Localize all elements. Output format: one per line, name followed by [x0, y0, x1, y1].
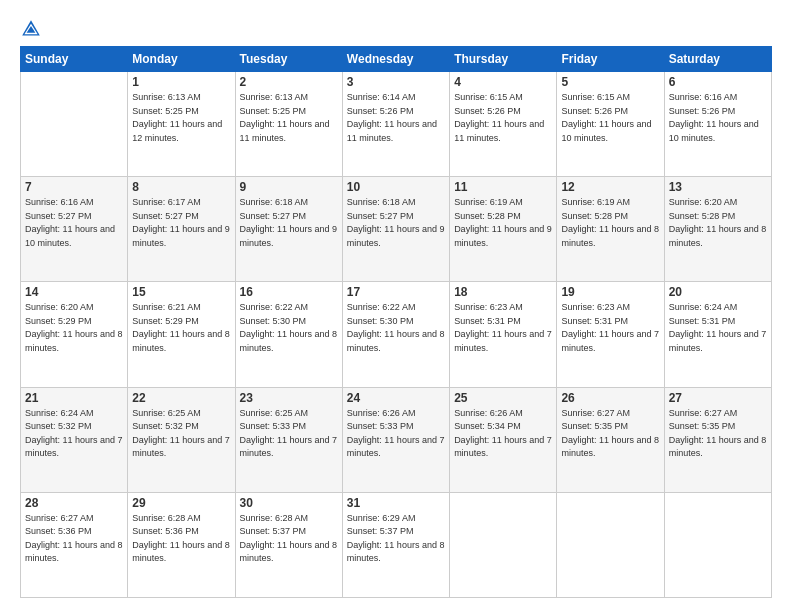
day-info: Sunrise: 6:29 AMSunset: 5:37 PMDaylight:…: [347, 512, 445, 566]
day-number: 29: [132, 496, 230, 510]
day-info: Sunrise: 6:18 AMSunset: 5:27 PMDaylight:…: [240, 196, 338, 250]
day-info: Sunrise: 6:25 AMSunset: 5:33 PMDaylight:…: [240, 407, 338, 461]
calendar-cell: 29Sunrise: 6:28 AMSunset: 5:36 PMDayligh…: [128, 492, 235, 597]
calendar-cell: 25Sunrise: 6:26 AMSunset: 5:34 PMDayligh…: [450, 387, 557, 492]
calendar-cell: 18Sunrise: 6:23 AMSunset: 5:31 PMDayligh…: [450, 282, 557, 387]
day-info: Sunrise: 6:22 AMSunset: 5:30 PMDaylight:…: [347, 301, 445, 355]
calendar-cell: 9Sunrise: 6:18 AMSunset: 5:27 PMDaylight…: [235, 177, 342, 282]
calendar-cell: 16Sunrise: 6:22 AMSunset: 5:30 PMDayligh…: [235, 282, 342, 387]
calendar-cell: 11Sunrise: 6:19 AMSunset: 5:28 PMDayligh…: [450, 177, 557, 282]
day-info: Sunrise: 6:21 AMSunset: 5:29 PMDaylight:…: [132, 301, 230, 355]
day-info: Sunrise: 6:23 AMSunset: 5:31 PMDaylight:…: [561, 301, 659, 355]
calendar-cell: 2Sunrise: 6:13 AMSunset: 5:25 PMDaylight…: [235, 72, 342, 177]
calendar-cell: 24Sunrise: 6:26 AMSunset: 5:33 PMDayligh…: [342, 387, 449, 492]
logo: [20, 18, 46, 40]
day-info: Sunrise: 6:26 AMSunset: 5:34 PMDaylight:…: [454, 407, 552, 461]
day-info: Sunrise: 6:27 AMSunset: 5:36 PMDaylight:…: [25, 512, 123, 566]
calendar-week-row: 1Sunrise: 6:13 AMSunset: 5:25 PMDaylight…: [21, 72, 772, 177]
day-number: 28: [25, 496, 123, 510]
day-number: 1: [132, 75, 230, 89]
day-number: 30: [240, 496, 338, 510]
calendar-cell: 30Sunrise: 6:28 AMSunset: 5:37 PMDayligh…: [235, 492, 342, 597]
day-number: 3: [347, 75, 445, 89]
day-number: 10: [347, 180, 445, 194]
general-blue-icon: [20, 18, 42, 40]
day-number: 7: [25, 180, 123, 194]
calendar-week-row: 7Sunrise: 6:16 AMSunset: 5:27 PMDaylight…: [21, 177, 772, 282]
day-info: Sunrise: 6:15 AMSunset: 5:26 PMDaylight:…: [561, 91, 659, 145]
calendar-cell: 17Sunrise: 6:22 AMSunset: 5:30 PMDayligh…: [342, 282, 449, 387]
day-number: 8: [132, 180, 230, 194]
header: [20, 18, 772, 40]
calendar-week-row: 14Sunrise: 6:20 AMSunset: 5:29 PMDayligh…: [21, 282, 772, 387]
calendar-cell: 10Sunrise: 6:18 AMSunset: 5:27 PMDayligh…: [342, 177, 449, 282]
weekday-header: Tuesday: [235, 47, 342, 72]
weekday-row: SundayMondayTuesdayWednesdayThursdayFrid…: [21, 47, 772, 72]
day-info: Sunrise: 6:24 AMSunset: 5:32 PMDaylight:…: [25, 407, 123, 461]
day-number: 15: [132, 285, 230, 299]
day-info: Sunrise: 6:14 AMSunset: 5:26 PMDaylight:…: [347, 91, 445, 145]
day-info: Sunrise: 6:20 AMSunset: 5:28 PMDaylight:…: [669, 196, 767, 250]
day-number: 11: [454, 180, 552, 194]
day-info: Sunrise: 6:17 AMSunset: 5:27 PMDaylight:…: [132, 196, 230, 250]
day-info: Sunrise: 6:28 AMSunset: 5:37 PMDaylight:…: [240, 512, 338, 566]
calendar-cell: 23Sunrise: 6:25 AMSunset: 5:33 PMDayligh…: [235, 387, 342, 492]
day-number: 16: [240, 285, 338, 299]
day-info: Sunrise: 6:13 AMSunset: 5:25 PMDaylight:…: [240, 91, 338, 145]
calendar-cell: 15Sunrise: 6:21 AMSunset: 5:29 PMDayligh…: [128, 282, 235, 387]
day-number: 22: [132, 391, 230, 405]
day-number: 9: [240, 180, 338, 194]
day-number: 4: [454, 75, 552, 89]
calendar-cell: 5Sunrise: 6:15 AMSunset: 5:26 PMDaylight…: [557, 72, 664, 177]
calendar-cell: 6Sunrise: 6:16 AMSunset: 5:26 PMDaylight…: [664, 72, 771, 177]
weekday-header: Sunday: [21, 47, 128, 72]
calendar-header: SundayMondayTuesdayWednesdayThursdayFrid…: [21, 47, 772, 72]
calendar-week-row: 21Sunrise: 6:24 AMSunset: 5:32 PMDayligh…: [21, 387, 772, 492]
day-number: 31: [347, 496, 445, 510]
day-info: Sunrise: 6:20 AMSunset: 5:29 PMDaylight:…: [25, 301, 123, 355]
calendar-table: SundayMondayTuesdayWednesdayThursdayFrid…: [20, 46, 772, 598]
day-info: Sunrise: 6:19 AMSunset: 5:28 PMDaylight:…: [454, 196, 552, 250]
day-info: Sunrise: 6:23 AMSunset: 5:31 PMDaylight:…: [454, 301, 552, 355]
day-number: 14: [25, 285, 123, 299]
calendar-cell: 19Sunrise: 6:23 AMSunset: 5:31 PMDayligh…: [557, 282, 664, 387]
calendar-cell: 20Sunrise: 6:24 AMSunset: 5:31 PMDayligh…: [664, 282, 771, 387]
weekday-header: Thursday: [450, 47, 557, 72]
day-info: Sunrise: 6:19 AMSunset: 5:28 PMDaylight:…: [561, 196, 659, 250]
calendar-cell: [450, 492, 557, 597]
day-number: 13: [669, 180, 767, 194]
day-info: Sunrise: 6:13 AMSunset: 5:25 PMDaylight:…: [132, 91, 230, 145]
day-number: 6: [669, 75, 767, 89]
calendar-cell: 22Sunrise: 6:25 AMSunset: 5:32 PMDayligh…: [128, 387, 235, 492]
day-info: Sunrise: 6:24 AMSunset: 5:31 PMDaylight:…: [669, 301, 767, 355]
calendar-cell: 3Sunrise: 6:14 AMSunset: 5:26 PMDaylight…: [342, 72, 449, 177]
calendar-week-row: 28Sunrise: 6:27 AMSunset: 5:36 PMDayligh…: [21, 492, 772, 597]
day-info: Sunrise: 6:16 AMSunset: 5:27 PMDaylight:…: [25, 196, 123, 250]
calendar-cell: [557, 492, 664, 597]
calendar-cell: 31Sunrise: 6:29 AMSunset: 5:37 PMDayligh…: [342, 492, 449, 597]
weekday-header: Wednesday: [342, 47, 449, 72]
calendar-cell: 13Sunrise: 6:20 AMSunset: 5:28 PMDayligh…: [664, 177, 771, 282]
day-info: Sunrise: 6:25 AMSunset: 5:32 PMDaylight:…: [132, 407, 230, 461]
weekday-header: Friday: [557, 47, 664, 72]
day-number: 18: [454, 285, 552, 299]
day-info: Sunrise: 6:22 AMSunset: 5:30 PMDaylight:…: [240, 301, 338, 355]
calendar-cell: 12Sunrise: 6:19 AMSunset: 5:28 PMDayligh…: [557, 177, 664, 282]
day-info: Sunrise: 6:27 AMSunset: 5:35 PMDaylight:…: [669, 407, 767, 461]
day-info: Sunrise: 6:16 AMSunset: 5:26 PMDaylight:…: [669, 91, 767, 145]
day-number: 20: [669, 285, 767, 299]
day-number: 25: [454, 391, 552, 405]
calendar-cell: 26Sunrise: 6:27 AMSunset: 5:35 PMDayligh…: [557, 387, 664, 492]
calendar-cell: 14Sunrise: 6:20 AMSunset: 5:29 PMDayligh…: [21, 282, 128, 387]
calendar-cell: 27Sunrise: 6:27 AMSunset: 5:35 PMDayligh…: [664, 387, 771, 492]
day-info: Sunrise: 6:28 AMSunset: 5:36 PMDaylight:…: [132, 512, 230, 566]
day-number: 23: [240, 391, 338, 405]
day-info: Sunrise: 6:26 AMSunset: 5:33 PMDaylight:…: [347, 407, 445, 461]
page: SundayMondayTuesdayWednesdayThursdayFrid…: [0, 0, 792, 612]
weekday-header: Monday: [128, 47, 235, 72]
day-number: 27: [669, 391, 767, 405]
calendar-cell: 7Sunrise: 6:16 AMSunset: 5:27 PMDaylight…: [21, 177, 128, 282]
calendar-cell: 1Sunrise: 6:13 AMSunset: 5:25 PMDaylight…: [128, 72, 235, 177]
day-number: 26: [561, 391, 659, 405]
day-info: Sunrise: 6:27 AMSunset: 5:35 PMDaylight:…: [561, 407, 659, 461]
